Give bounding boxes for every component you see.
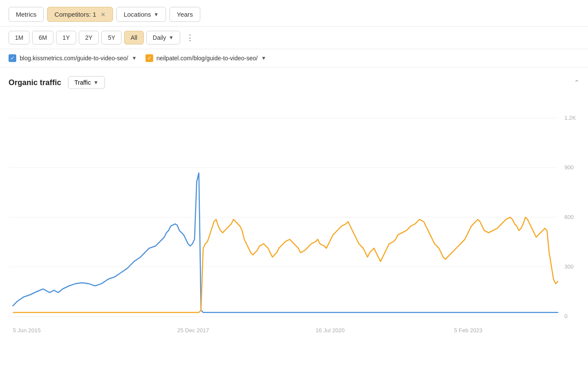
all-button[interactable]: All <box>124 31 144 44</box>
orange-url-dropdown-arrow: ▼ <box>261 55 266 61</box>
chart-svg: 1.2K 900 600 300 0 5 Jun 2015 25 Dec 201… <box>9 93 579 341</box>
url-bar: ✓ blog.kissmetrics.com/guide-to-video-se… <box>0 49 588 68</box>
orange-url-text: neilpatel.com/blog/guide-to-video-seo/ <box>157 55 258 62</box>
svg-text:1.2K: 1.2K <box>564 115 576 121</box>
svg-text:16 Jul 2020: 16 Jul 2020 <box>316 327 345 334</box>
5y-button[interactable]: 5Y <box>101 31 122 44</box>
locations-button[interactable]: Locations ▼ <box>116 7 166 22</box>
close-icon[interactable]: ✕ <box>99 11 106 18</box>
more-options-button[interactable]: ⋮ <box>183 31 198 44</box>
orange-url-item[interactable]: ✓ neilpatel.com/blog/guide-to-video-seo/… <box>146 54 266 62</box>
svg-text:900: 900 <box>564 164 574 171</box>
blue-url-dropdown-arrow: ▼ <box>132 55 137 61</box>
blue-url-text: blog.kissmetrics.com/guide-to-video-seo/ <box>20 55 128 62</box>
chart-section: Organic traffic Traffic ▼ ⌃ 1.2K 900 600… <box>0 68 588 341</box>
traffic-dropdown-arrow: ▼ <box>93 80 98 86</box>
svg-text:600: 600 <box>564 214 574 220</box>
daily-button[interactable]: Daily ▼ <box>146 31 180 44</box>
locations-dropdown-arrow: ▼ <box>154 12 159 18</box>
metrics-button[interactable]: Metrics <box>9 7 44 22</box>
chart-title: Organic traffic <box>9 78 61 87</box>
svg-text:5 Feb 2023: 5 Feb 2023 <box>454 327 482 334</box>
blue-checkbox[interactable]: ✓ <box>9 54 16 62</box>
6m-button[interactable]: 6M <box>32 31 53 44</box>
blue-url-item[interactable]: ✓ blog.kissmetrics.com/guide-to-video-se… <box>9 54 137 62</box>
1y-button[interactable]: 1Y <box>56 31 76 44</box>
orange-checkbox[interactable]: ✓ <box>146 54 153 62</box>
traffic-dropdown-button[interactable]: Traffic ▼ <box>68 76 105 89</box>
top-bar: Metrics Competitors: 1 ✕ Locations ▼ Yea… <box>0 0 588 27</box>
1m-button[interactable]: 1M <box>9 31 30 44</box>
time-range-bar: 1M 6M 1Y 2Y 5Y All Daily ▼ ⋮ <box>0 27 588 49</box>
2y-button[interactable]: 2Y <box>79 31 99 44</box>
years-button[interactable]: Years <box>169 7 200 22</box>
daily-dropdown-arrow: ▼ <box>169 35 174 41</box>
chart-container: 1.2K 900 600 300 0 5 Jun 2015 25 Dec 201… <box>9 93 579 341</box>
collapse-button[interactable]: ⌃ <box>574 79 579 87</box>
svg-text:25 Dec 2017: 25 Dec 2017 <box>177 327 209 334</box>
svg-text:0: 0 <box>564 313 567 319</box>
chart-header: Organic traffic Traffic ▼ ⌃ <box>9 76 579 89</box>
competitors-button[interactable]: Competitors: 1 ✕ <box>47 7 113 22</box>
svg-text:300: 300 <box>564 263 574 270</box>
svg-text:5 Jun 2015: 5 Jun 2015 <box>13 327 41 334</box>
